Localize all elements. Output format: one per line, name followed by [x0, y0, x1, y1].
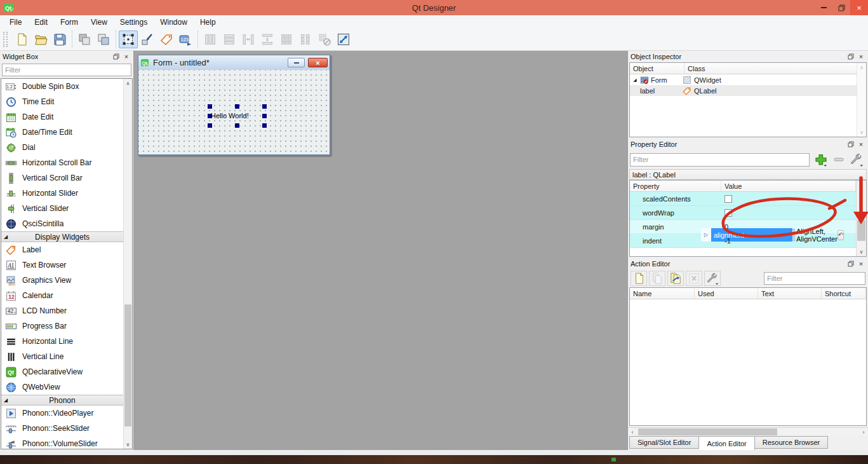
scroll-down-icon[interactable]: ∨: [857, 128, 866, 137]
action-copy-action-button[interactable]: [649, 271, 665, 286]
scroll-thumb[interactable]: [638, 428, 777, 435]
action-delete-action-button[interactable]: [686, 271, 702, 286]
toolbar-edit-widgets-button[interactable]: [119, 31, 138, 48]
column-header-value[interactable]: Value: [721, 181, 856, 191]
object-inspector-float-icon[interactable]: [846, 53, 855, 61]
column-header-name[interactable]: Name: [630, 288, 695, 299]
widget-item-time-edit[interactable]: Time Edit: [1, 94, 123, 109]
action-editor-float-icon[interactable]: [846, 260, 855, 268]
widget-item-double-spin-box[interactable]: 1.2Double Spin Box: [1, 79, 123, 94]
property-row-wordwrap[interactable]: wordWrap: [630, 206, 856, 220]
tab-signal-slot-editor[interactable]: Signal/Slot Editor: [629, 436, 699, 449]
toolbar-new-file-button[interactable]: [12, 31, 31, 48]
property-wrench-button[interactable]: [848, 152, 865, 167]
scroll-right-icon[interactable]: ›: [859, 428, 868, 436]
toolbar-splitter-horizontal-button[interactable]: [239, 31, 258, 48]
resize-handle[interactable]: [208, 104, 212, 109]
toolbar-edit-buddies-button[interactable]: [157, 31, 176, 48]
scroll-up-icon[interactable]: ∧: [124, 79, 132, 88]
widget-item-calendar[interactable]: 12Calendar: [1, 288, 123, 303]
widget-item-lcd-number[interactable]: 42.LCD Number: [1, 303, 123, 318]
toolbar-layout-horizontal-button[interactable]: [201, 31, 220, 48]
widget-item-horizontal-line[interactable]: Horizontal Line: [1, 334, 123, 349]
toolbar-drag-handle[interactable]: [3, 32, 8, 47]
toolbar-layout-form-button[interactable]: [296, 31, 315, 48]
menu-settings[interactable]: Settings: [114, 17, 153, 28]
action-editor-hscrollbar[interactable]: ‹ ›: [628, 427, 868, 436]
column-header-class[interactable]: Class: [684, 63, 866, 74]
widget-item-text-browser[interactable]: AIText Browser: [1, 257, 123, 273]
resize-handle[interactable]: [208, 114, 212, 118]
form-canvas[interactable]: Hello World!: [138, 70, 330, 154]
property-value[interactable]: 0: [721, 220, 856, 233]
resize-handle[interactable]: [262, 123, 267, 128]
widget-item-graphics-view[interactable]: abcGraphics View: [1, 273, 123, 288]
scroll-up-icon[interactable]: ∧: [857, 181, 866, 189]
object-inspector-close-icon[interactable]: ×: [857, 53, 865, 61]
widget-item-qdeclarativeview[interactable]: QtQDeclarativeView: [1, 364, 123, 379]
toolbar-break-layout-button[interactable]: [315, 31, 334, 48]
scroll-thumb[interactable]: [124, 304, 131, 426]
widget-item-progress-bar[interactable]: Progress Bar: [1, 318, 123, 334]
widget-category-phonon[interactable]: ◢Phonon: [1, 395, 123, 406]
property-editor-close-icon[interactable]: ×: [857, 140, 865, 149]
widget-item-horizontal-scroll-bar[interactable]: Horizontal Scroll Bar: [1, 155, 123, 170]
scroll-down-icon[interactable]: ∨: [857, 247, 866, 256]
column-header-object[interactable]: Object: [630, 63, 684, 74]
scroll-up-icon[interactable]: ∧: [857, 63, 866, 72]
widget-item-horizontal-slider[interactable]: Horizontal Slider: [1, 186, 123, 201]
selected-label-widget[interactable]: Hello World!: [210, 106, 265, 126]
menu-view[interactable]: View: [85, 17, 113, 28]
widget-item-phonon-seekslider[interactable]: Phonon::SeekSlider: [1, 421, 123, 436]
property-editor-scrollbar[interactable]: ∧ ∨: [856, 181, 866, 256]
property-row-indent[interactable]: indent-1: [630, 234, 856, 248]
menu-file[interactable]: File: [4, 17, 27, 28]
toolbar-adjust-size-button[interactable]: [334, 31, 353, 48]
property-expand-icon[interactable]: ▷: [701, 228, 711, 242]
column-header-shortcut[interactable]: Shortcut: [822, 288, 866, 299]
property-row-margin[interactable]: margin0: [630, 220, 856, 234]
scroll-down-icon[interactable]: ∨: [124, 440, 132, 449]
form-close-icon[interactable]: ×: [308, 58, 328, 67]
widget-item-phonon-videoplayer[interactable]: Phonon::VideoPlayer: [1, 406, 123, 421]
widget-list-scrollbar[interactable]: ∧ ∨: [123, 79, 132, 449]
widget-category-display-widgets[interactable]: ◢Display Widgets: [1, 231, 123, 242]
resize-handle[interactable]: [235, 123, 239, 128]
widget-item-label[interactable]: Label: [1, 242, 123, 257]
property-value[interactable]: -1: [721, 234, 856, 247]
widget-item-date-time-edit[interactable]: Date/Time Edit: [1, 125, 123, 140]
menu-edit[interactable]: Edit: [29, 17, 53, 28]
widget-item-qsciscintilla[interactable]: QsciScintilla: [1, 216, 123, 231]
toolbar-layout-vertical-button[interactable]: [220, 31, 239, 48]
action-new-action-button[interactable]: [631, 271, 647, 286]
action-filter-input[interactable]: [764, 272, 865, 285]
property-value[interactable]: [721, 192, 856, 205]
widget-box-close-icon[interactable]: ×: [122, 53, 131, 61]
property-plus-green-button[interactable]: [812, 152, 830, 167]
column-header-text[interactable]: Text: [758, 288, 822, 299]
toolbar-layout-grid-button[interactable]: [277, 31, 296, 48]
object-row-form[interactable]: ◢FormQWidget: [630, 74, 866, 85]
property-minus-gray-button[interactable]: [830, 152, 848, 167]
resize-handle[interactable]: [262, 114, 267, 118]
widget-item-qwebview[interactable]: QWebView: [1, 379, 123, 395]
toolbar-save-button[interactable]: [50, 31, 69, 48]
menu-window[interactable]: Window: [154, 17, 193, 28]
checkbox-unchecked[interactable]: [724, 209, 732, 217]
action-wrench-button[interactable]: [704, 271, 721, 286]
widget-item-phonon-volumeslider[interactable]: Phonon::VolumeSlider: [1, 436, 123, 449]
action-editor-close-icon[interactable]: ×: [857, 260, 865, 268]
resize-handle[interactable]: [208, 123, 212, 128]
toolbar-clone-front-button[interactable]: [94, 31, 113, 48]
form-minimize-icon[interactable]: [288, 58, 305, 67]
toolbar-edit-signals-button[interactable]: [138, 31, 157, 48]
resize-handle[interactable]: [235, 104, 239, 109]
widget-item-dial[interactable]: Dial: [1, 140, 123, 155]
column-header-property[interactable]: Property: [630, 181, 721, 191]
minimize-window-icon[interactable]: [815, 0, 832, 15]
property-filter-input[interactable]: [630, 153, 810, 167]
widget-item-vertical-line[interactable]: Vertical Line: [1, 349, 123, 364]
close-window-icon[interactable]: ×: [850, 0, 868, 15]
column-header-used[interactable]: Used: [695, 288, 758, 299]
form-window-titlebar[interactable]: Qt Form - untitled* ×: [138, 55, 330, 70]
